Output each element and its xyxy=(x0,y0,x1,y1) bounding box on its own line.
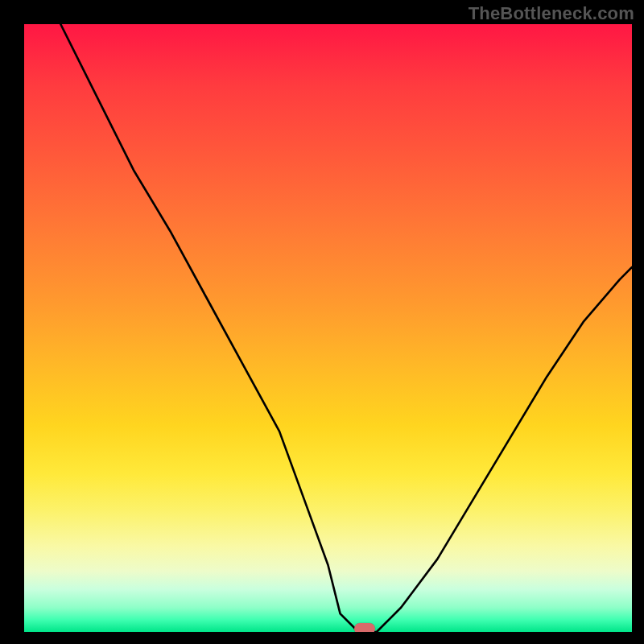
plot-area xyxy=(24,24,632,632)
chart-frame: TheBottleneck.com xyxy=(0,0,644,644)
curve-svg xyxy=(24,24,632,632)
optimal-point-marker xyxy=(354,623,375,632)
watermark-label: TheBottleneck.com xyxy=(469,3,634,24)
bottleneck-curve xyxy=(60,24,632,632)
